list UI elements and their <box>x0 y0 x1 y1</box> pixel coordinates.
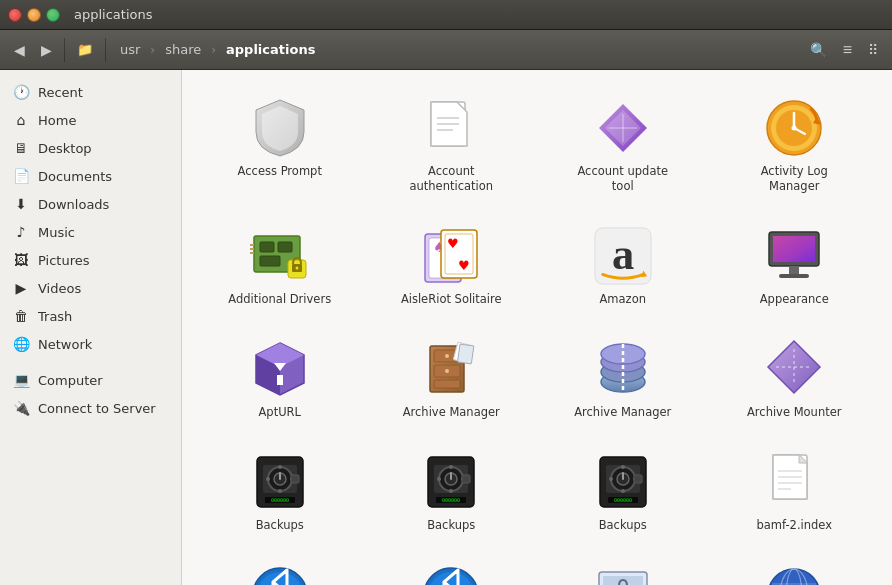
app-archive-manager1[interactable]: Archive Manager <box>370 327 534 432</box>
svg-rect-40 <box>773 236 815 262</box>
sidebar-item-pictures[interactable]: 🖼 Pictures <box>0 246 181 274</box>
sidebar-item-desktop[interactable]: 🖥 Desktop <box>0 134 181 162</box>
svg-text:000000: 000000 <box>271 497 289 503</box>
desktop-icon: 🖥 <box>12 139 30 157</box>
app-additional-drivers[interactable]: Additional Drivers <box>198 214 362 319</box>
sidebar-item-recent[interactable]: 🕐 Recent <box>0 78 181 106</box>
network-icon: 🌐 <box>12 335 30 353</box>
toolbar-separator2 <box>105 38 106 62</box>
computer-icon: 💻 <box>12 371 30 389</box>
breadcrumb-share[interactable]: share <box>157 39 209 60</box>
app-label-additional-drivers: Additional Drivers <box>228 292 331 307</box>
sidebar-item-network[interactable]: 🌐 Network <box>0 330 181 358</box>
app-label-bamf-index: bamf-2.index <box>756 518 832 533</box>
svg-rect-21 <box>250 252 254 254</box>
app-backups3[interactable]: 000000 Backups <box>541 440 705 545</box>
search-button[interactable]: 🔍 <box>804 38 833 62</box>
breadcrumb: usr › share › applications <box>112 39 800 60</box>
app-label-archive-manager1: Archive Manager <box>403 405 500 420</box>
app-archive-manager2[interactable]: Archive Manager <box>541 327 705 432</box>
window-title: applications <box>74 7 152 22</box>
app-apturl[interactable]: AptURL <box>198 327 362 432</box>
svg-rect-20 <box>250 248 254 250</box>
svg-text:000000: 000000 <box>442 497 460 503</box>
toolbar-right: 🔍 ≡ ⠿ <box>804 37 884 63</box>
app-label-account-update: Account update tool <box>568 164 678 194</box>
svg-rect-80 <box>462 475 470 483</box>
app-icon-bluetooth-transfer <box>421 565 481 585</box>
back-button[interactable]: ◀ <box>8 38 31 62</box>
toolbar-separator <box>64 38 65 62</box>
minimize-button[interactable] <box>27 8 41 22</box>
sidebar-label-connect: Connect to Server <box>38 401 156 416</box>
app-label-backups3: Backups <box>599 518 647 533</box>
sidebar-label-network: Network <box>38 337 92 352</box>
app-icon-additional-drivers <box>250 226 310 286</box>
content-area: Access Prompt Account authentication <box>182 70 892 585</box>
svg-point-65 <box>266 477 270 481</box>
maximize-button[interactable] <box>46 8 60 22</box>
svg-rect-68 <box>291 475 299 483</box>
app-bluetooth-transfer[interactable]: Bluetooth Transfer <box>370 553 534 585</box>
music-icon: ♪ <box>12 223 30 241</box>
list-view-button[interactable]: ≡ <box>837 37 858 63</box>
sidebar-label-recent: Recent <box>38 85 83 100</box>
sidebar-label-home: Home <box>38 113 76 128</box>
app-aisleriot[interactable]: ♠ ♠ ♥ ♥ AisleRiot Solitaire <box>370 214 534 319</box>
svg-point-13 <box>792 126 797 131</box>
svg-point-75 <box>449 465 453 469</box>
app-label-amazon: Amazon <box>600 292 646 307</box>
window-controls <box>8 8 60 22</box>
svg-text:a: a <box>612 228 634 278</box>
app-label-backups2: Backups <box>427 518 475 533</box>
sidebar-divider <box>0 358 181 366</box>
app-label-account-auth: Account authentication <box>396 164 506 194</box>
sidebar-label-documents: Documents <box>38 169 112 184</box>
svg-text:♥: ♥ <box>458 258 470 273</box>
app-browser[interactable]: Browser <box>713 553 877 585</box>
documents-icon: 📄 <box>12 167 30 185</box>
app-icon-brightness-lock <box>593 565 653 585</box>
app-brightness-lock[interactable]: Brightness & Lock <box>541 553 705 585</box>
app-appearance[interactable]: Appearance <box>713 214 877 319</box>
svg-point-89 <box>609 477 613 481</box>
svg-point-88 <box>621 489 625 493</box>
app-account-update[interactable]: Account update tool <box>541 86 705 206</box>
app-bluetooth[interactable]: Bluetooth <box>198 553 362 585</box>
sidebar-item-trash[interactable]: 🗑 Trash <box>0 302 181 330</box>
app-access-prompt[interactable]: Access Prompt <box>198 86 362 206</box>
breadcrumb-applications[interactable]: applications <box>218 39 323 60</box>
trash-icon: 🗑 <box>12 307 30 325</box>
grid-view-button[interactable]: ⠿ <box>862 38 884 62</box>
close-button[interactable] <box>8 8 22 22</box>
sidebar-item-computer[interactable]: 💻 Computer <box>0 366 181 394</box>
places-button[interactable]: 📁 <box>71 38 99 61</box>
forward-button[interactable]: ▶ <box>35 38 58 62</box>
svg-point-45 <box>445 354 449 358</box>
svg-rect-39 <box>779 274 809 278</box>
app-label-apturl: AptURL <box>259 405 302 420</box>
app-account-auth[interactable]: Account authentication <box>370 86 534 206</box>
sidebar-item-videos[interactable]: ▶ Videos <box>0 274 181 302</box>
sidebar-item-music[interactable]: ♪ Music <box>0 218 181 246</box>
app-activity-log[interactable]: Activity Log Manager <box>713 86 877 206</box>
sidebar-item-downloads[interactable]: ⬇ Downloads <box>0 190 181 218</box>
svg-point-87 <box>621 465 625 469</box>
app-label-access-prompt: Access Prompt <box>238 164 322 179</box>
sidebar-label-downloads: Downloads <box>38 197 109 212</box>
app-icon-appearance <box>764 226 824 286</box>
app-bamf-index[interactable]: bamf-2.index <box>713 440 877 545</box>
breadcrumb-usr[interactable]: usr <box>112 39 148 60</box>
app-amazon[interactable]: a Amazon <box>541 214 705 319</box>
sidebar-label-pictures: Pictures <box>38 253 89 268</box>
app-archive-mounter[interactable]: Archive Mounter <box>713 327 877 432</box>
sidebar-item-documents[interactable]: 📄 Documents <box>0 162 181 190</box>
app-backups2[interactable]: 000000 Backups <box>370 440 534 545</box>
sidebar-item-connect[interactable]: 🔌 Connect to Server <box>0 394 181 422</box>
sidebar-item-home[interactable]: ⌂ Home <box>0 106 181 134</box>
downloads-icon: ⬇ <box>12 195 30 213</box>
videos-icon: ▶ <box>12 279 30 297</box>
app-backups1[interactable]: 000000 Backups <box>198 440 362 545</box>
svg-point-47 <box>445 369 449 373</box>
sidebar-label-trash: Trash <box>38 309 72 324</box>
